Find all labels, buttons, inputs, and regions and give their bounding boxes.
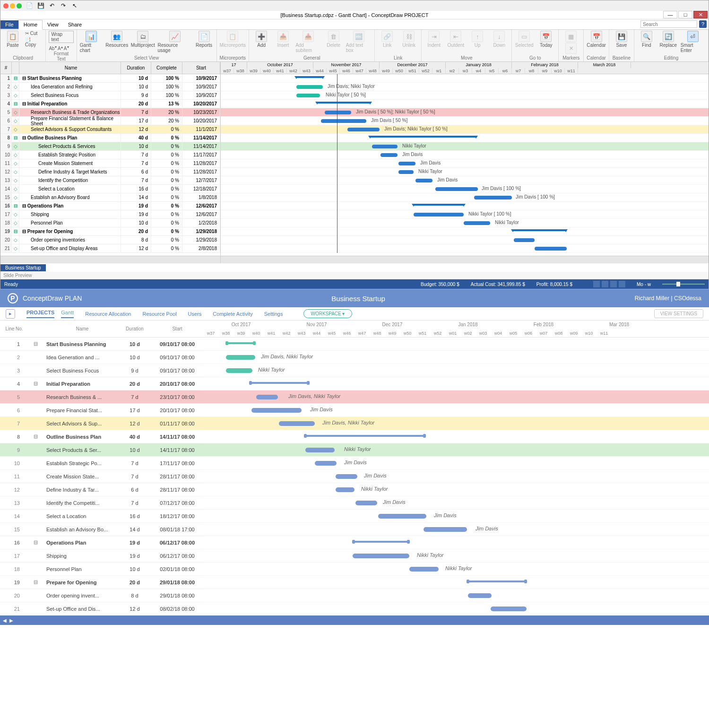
table-row[interactable]: 21◇Set-up Office and Display Areas12 d0 … <box>0 244 220 253</box>
table-row[interactable]: 11Create Mission State...7 d28/11/17 08:… <box>0 470 203 483</box>
gantt-row[interactable]: Nikki Taylor <box>203 549 709 563</box>
gantt-row[interactable]: Jim Davis <box>221 151 709 159</box>
tab-home[interactable]: Home <box>18 20 43 30</box>
task-bar[interactable] <box>424 527 467 532</box>
gantt-row[interactable] <box>203 430 709 443</box>
summary-bar[interactable] <box>317 102 370 104</box>
gantt-row[interactable] <box>221 134 709 142</box>
table-row[interactable]: 18Personnel Plan10 d02/01/18 08:00 <box>0 563 203 576</box>
table-row[interactable]: 5Research Business & ...7 d23/10/17 08:0… <box>0 390 203 404</box>
gantt-row[interactable] <box>203 589 709 602</box>
maximize-button[interactable]: □ <box>678 11 692 18</box>
task-bar[interactable] <box>398 162 415 165</box>
cut-button[interactable]: ✂ Cut <box>25 31 43 36</box>
summary-bar[interactable] <box>467 581 527 582</box>
gantt-row[interactable] <box>203 536 709 549</box>
table-row[interactable]: 1⊟Start Business Planning10 d09/10/17 08… <box>0 338 203 351</box>
expand-sidebar-button[interactable]: ▸ <box>6 309 15 319</box>
unlink-button[interactable]: ⛓Unlink <box>399 31 418 48</box>
task-bar[interactable] <box>347 128 380 131</box>
table-row[interactable]: 10◇Establish Strategic Position7 d0 %11/… <box>0 151 220 159</box>
zoom-label[interactable]: Mo - w <box>637 282 651 287</box>
gantt-row[interactable]: Jim Davis <box>203 523 709 536</box>
gantt-row[interactable] <box>203 338 709 351</box>
summary-bar[interactable] <box>370 136 476 138</box>
link-button[interactable]: 🔗Link <box>378 31 397 48</box>
table-row[interactable]: 4⊟Initial Preparation20 d20/10/17 08:00 <box>0 377 203 390</box>
gantt-row[interactable]: Jim Davis <box>203 496 709 510</box>
h-scrollbar[interactable] <box>0 256 709 263</box>
summary-bar[interactable] <box>353 541 409 543</box>
task-bar[interactable] <box>398 170 414 174</box>
gantt-row[interactable] <box>221 202 709 210</box>
table-row[interactable]: 16⊟⊟ Operations Plan19 d0 %12/6/2017 <box>0 202 220 210</box>
gantt-row[interactable]: Jim Davis <box>203 510 709 523</box>
gantt-row[interactable]: Nikki Taylor <box>203 483 709 496</box>
qat-save-icon[interactable]: 💾 <box>37 2 44 9</box>
summary-bar[interactable] <box>250 382 309 384</box>
view-settings-button[interactable]: VIEW SETTINGS <box>654 309 703 318</box>
task-bar[interactable] <box>535 247 567 251</box>
gantt-row[interactable]: Jim Davis <box>221 159 709 168</box>
task-bar[interactable] <box>414 213 464 217</box>
gantt-row[interactable]: Nikki Taylor <box>221 219 709 227</box>
minimize-button[interactable]: — <box>663 11 677 18</box>
table-row[interactable]: 13◇Identify the Competition7 d0 %12/7/20… <box>0 176 220 185</box>
table-row[interactable]: 13Identify the Competiti...7 d07/12/17 0… <box>0 496 203 510</box>
table-row[interactable]: 18◇Personnel Plan10 d0 %1/2/2018 <box>0 219 220 227</box>
task-bar[interactable] <box>296 85 323 89</box>
task-bar[interactable] <box>256 395 278 399</box>
gantt-row[interactable] <box>221 244 709 253</box>
table-row[interactable]: 16⊟Operations Plan19 d06/12/17 08:00 <box>0 536 203 549</box>
delete-button[interactable]: 🗑Delete <box>324 31 343 48</box>
gantt-row[interactable]: Nikki Taylor <box>203 563 709 576</box>
task-bar[interactable] <box>435 187 478 191</box>
task-bar[interactable] <box>474 196 512 199</box>
table-row[interactable]: 15◇Establish an Advisory Board14 d0 %1/8… <box>0 193 220 202</box>
task-bar[interactable] <box>415 179 432 182</box>
col-start[interactable]: Start <box>151 326 203 331</box>
gantt-row[interactable]: Nikki Taylor <box>203 364 709 377</box>
gantt-row[interactable]: Jim Davis <box>203 457 709 470</box>
gantt-row[interactable] <box>221 74 709 83</box>
reports-button[interactable]: 📄Reports <box>195 31 214 48</box>
up-button[interactable]: ↑Up <box>468 31 487 48</box>
table-row[interactable]: 19⊟⊟ Prepare for Opening20 d0 %1/29/2018 <box>0 227 220 236</box>
task-bar[interactable] <box>378 514 426 519</box>
table-row[interactable]: 2◇Idea Generation and Refining10 d100 %1… <box>0 83 220 91</box>
wrap-text-button[interactable]: Wrap text <box>49 31 73 43</box>
scroll-right-icon[interactable]: ▶ <box>9 618 13 623</box>
gantt-row[interactable]: Jim Davis <box>203 470 709 483</box>
table-row[interactable]: 10Establish Strategic Po...7 d17/11/17 0… <box>0 457 203 470</box>
find-button[interactable]: 🔍Find <box>637 31 656 48</box>
col-start[interactable]: Start <box>182 62 220 74</box>
task-bar[interactable] <box>372 145 398 148</box>
gantt-chart-button[interactable]: 📊Gantt chart <box>80 31 103 53</box>
sheet-tab-active[interactable]: Business Startup <box>0 264 46 271</box>
table-row[interactable]: 9Select Products & Ser...10 d14/11/17 08… <box>0 443 203 457</box>
table-row[interactable]: 7Select Advisors & Sup...12 d01/11/17 08… <box>0 417 203 430</box>
gantt-row[interactable]: Jim Davis [ 50 %]; Nikki Taylor [ 50 %] <box>221 108 709 117</box>
table-row[interactable]: 8⊟Outline Business Plan40 d14/11/17 08:0… <box>0 430 203 443</box>
copy-button[interactable]: 📑 Copy <box>25 37 43 47</box>
user-label[interactable]: Richard Miller | CSOdessa <box>635 295 701 302</box>
table-row[interactable]: 11◇Create Mission Statement7 d0 %11/28/2… <box>0 159 220 168</box>
resource-usage-button[interactable]: 📈Resource usage <box>158 31 192 53</box>
gantt-row[interactable]: Jim Davis, Nikki Taylor <box>203 351 709 364</box>
mac-minimize-icon[interactable] <box>10 3 15 9</box>
calendar-button[interactable]: 📅Calendar <box>587 31 606 48</box>
mac-maximize-icon[interactable] <box>17 3 22 9</box>
table-row[interactable]: 21Set-up Office and Dis...12 d08/02/18 0… <box>0 602 203 615</box>
col-line[interactable]: Line No. <box>0 326 28 331</box>
table-row[interactable]: 15Establish an Advisory Bo...14 d08/01/1… <box>0 523 203 536</box>
table-row[interactable]: 1⊟⊟ Start Business Planning10 d100 %10/9… <box>0 74 220 83</box>
qat-redo-icon[interactable]: ↷ <box>60 2 67 9</box>
table-row[interactable]: 17◇Shipping19 d0 %12/6/2017 <box>0 210 220 219</box>
col-complete[interactable]: Complete <box>151 62 182 74</box>
replace-button[interactable]: 🔄Replace <box>659 31 678 48</box>
gantt-row[interactable]: Jim Davis <box>203 404 709 417</box>
table-row[interactable]: 14Select a Location16 d18/12/17 08:00 <box>0 510 203 523</box>
table-row[interactable]: 20◇Order opening inventories8 d0 %1/29/2… <box>0 236 220 244</box>
table-row[interactable]: 14◇Select a Location16 d0 %12/18/2017 <box>0 185 220 193</box>
close-button[interactable]: ✕ <box>693 11 708 18</box>
